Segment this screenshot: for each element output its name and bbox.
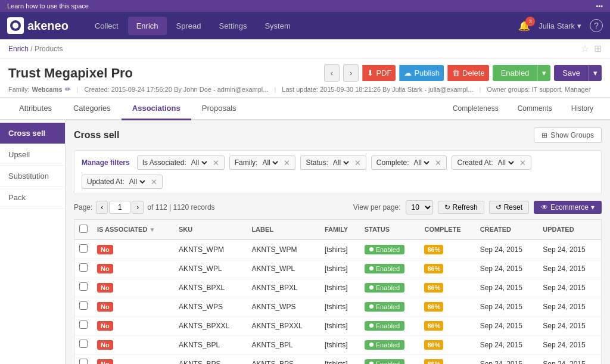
delete-button[interactable]: 🗑 Delete xyxy=(447,65,489,81)
updated-meta: Last update: 2015-09-30 18:21:26 By Juli… xyxy=(282,86,473,93)
filter-status-remove[interactable]: ✕ xyxy=(354,158,361,167)
breadcrumb-enrich[interactable]: Enrich xyxy=(8,45,29,53)
pagination-left: Page: ‹ › of 112 | 1120 records xyxy=(74,201,215,214)
products-table: IS ASSOCIATED ▼ SKU LABEL FAMILY STATUS … xyxy=(74,219,602,364)
complete-badge: 86% xyxy=(424,321,443,331)
table-row: No AKNTS_WPS AKNTS_WPS [tshirts] Enabled… xyxy=(74,297,602,316)
th-is-associated[interactable]: IS ASSOCIATED ▼ xyxy=(92,220,174,240)
filter-family[interactable]: Family: All ✕ xyxy=(229,155,296,170)
complete-badge: 86% xyxy=(424,359,443,365)
row-checkbox[interactable] xyxy=(79,282,88,291)
filter-complete-remove[interactable]: ✕ xyxy=(435,158,441,167)
nav-spread[interactable]: Spread xyxy=(168,17,210,35)
tab-proposals[interactable]: Proposals xyxy=(191,98,247,120)
per-page-select[interactable]: 10 25 50 xyxy=(406,200,433,214)
nav-enrich[interactable]: Enrich xyxy=(128,17,167,35)
row-checkbox[interactable] xyxy=(79,340,88,348)
help-button[interactable]: ? xyxy=(590,19,603,32)
next-product-button[interactable]: › xyxy=(343,64,359,82)
app-header: akeneo Collect Enrich Spread Settings Sy… xyxy=(0,12,610,39)
select-all-checkbox[interactable] xyxy=(79,225,88,233)
next-page-button[interactable]: › xyxy=(132,201,144,214)
publish-button[interactable]: ☁ Publish xyxy=(399,65,444,81)
tab-history[interactable]: History xyxy=(563,100,602,119)
filter-complete[interactable]: Complete: All ✕ xyxy=(371,155,447,170)
enabled-dropdown-button[interactable]: ▾ xyxy=(537,65,550,81)
page-label: Page: xyxy=(74,203,92,211)
row-created: Sep 24, 2015 xyxy=(475,335,539,354)
reset-button[interactable]: ↺ Reset xyxy=(489,201,529,214)
status-badge: Enabled xyxy=(365,321,404,331)
tab-comments[interactable]: Comments xyxy=(509,100,561,119)
reset-icon: ↺ xyxy=(496,203,502,211)
filter-is-associated-remove[interactable]: ✕ xyxy=(213,158,219,167)
row-family: [tshirts] xyxy=(320,354,360,365)
ecommerce-button[interactable]: 👁 Ecommerce ▾ xyxy=(534,201,602,214)
row-checkbox[interactable] xyxy=(79,263,88,272)
filter-updated-at[interactable]: Updated At: All ✕ xyxy=(82,175,163,189)
enabled-button[interactable]: Enabled xyxy=(493,65,538,81)
page-nav: ‹ › xyxy=(96,201,144,214)
page-input[interactable] xyxy=(109,201,130,214)
edit-family-icon[interactable]: ✏ xyxy=(65,85,71,94)
refresh-button[interactable]: ↻ Refresh xyxy=(438,201,484,214)
family-select[interactable]: All xyxy=(260,158,280,167)
sidebar-item-pack[interactable]: Pack xyxy=(0,187,65,209)
nav-system[interactable]: System xyxy=(256,17,298,35)
row-sku: AKNTS_BPS xyxy=(174,354,247,365)
content-area: Cross sell Upsell Substitution Pack Cros… xyxy=(0,120,610,364)
updated-at-select[interactable]: All xyxy=(127,177,147,186)
product-actions: ‹ › ⬇ PDF ☁ Publish 🗑 Delete xyxy=(324,64,602,82)
save-dropdown-button[interactable]: ▾ xyxy=(589,65,602,81)
complete-select[interactable]: All xyxy=(411,158,431,167)
row-complete: 86% xyxy=(419,239,475,259)
status-select[interactable]: All xyxy=(331,158,351,167)
filter-updated-at-remove[interactable]: ✕ xyxy=(151,178,157,186)
prev-page-button[interactable]: ‹ xyxy=(96,201,108,214)
row-checkbox[interactable] xyxy=(79,301,88,310)
row-sku: AKNTS_BPXL xyxy=(174,278,247,297)
user-menu[interactable]: Julia Stark ▾ xyxy=(539,21,581,30)
is-associated-select[interactable]: All xyxy=(189,158,209,167)
filter-is-associated[interactable]: Is Associated: All ✕ xyxy=(137,155,225,170)
tab-attributes[interactable]: Attributes xyxy=(8,98,63,120)
row-complete: 86% xyxy=(419,259,475,278)
bookmark-icon[interactable]: ⊞ xyxy=(594,43,602,54)
select-all-header xyxy=(74,220,93,240)
save-button[interactable]: Save xyxy=(554,65,589,81)
section-header: Cross sell ⊞ Show Groups xyxy=(74,127,602,143)
row-updated: Sep 24, 2015 xyxy=(538,278,601,297)
nav-settings[interactable]: Settings xyxy=(210,17,255,35)
ellipsis-icon[interactable]: ••• xyxy=(596,2,603,10)
no-badge: No xyxy=(97,302,113,312)
row-created: Sep 24, 2015 xyxy=(475,278,539,297)
row-checkbox-cell xyxy=(74,239,93,259)
status-badge: Enabled xyxy=(365,245,404,254)
filter-status[interactable]: Status: All ✕ xyxy=(300,155,366,170)
show-groups-button[interactable]: ⊞ Show Groups xyxy=(534,127,602,143)
prev-product-button[interactable]: ‹ xyxy=(324,64,340,82)
favorite-star-icon[interactable]: ☆ xyxy=(581,43,589,54)
pdf-button[interactable]: ⬇ PDF xyxy=(362,65,396,81)
no-badge: No xyxy=(97,283,113,293)
tab-categories[interactable]: Categories xyxy=(63,98,122,120)
sidebar-item-upsell[interactable]: Upsell xyxy=(0,144,65,166)
row-complete: 86% xyxy=(419,354,475,365)
sidebar-item-cross-sell[interactable]: Cross sell xyxy=(0,123,65,144)
filter-created-at[interactable]: Created At: All ✕ xyxy=(452,155,531,170)
row-checkbox[interactable] xyxy=(79,359,88,364)
notification-bell[interactable]: 🔔 3 xyxy=(518,20,530,32)
row-checkbox[interactable] xyxy=(79,244,88,253)
filter-family-remove[interactable]: ✕ xyxy=(284,158,290,167)
filter-created-at-remove[interactable]: ✕ xyxy=(519,158,526,167)
created-at-select[interactable]: All xyxy=(496,158,516,167)
row-created: Sep 24, 2015 xyxy=(475,297,539,316)
nav-collect[interactable]: Collect xyxy=(86,17,127,35)
row-checkbox[interactable] xyxy=(79,321,88,329)
manage-filters-button[interactable]: Manage filters xyxy=(82,158,130,167)
tab-completeness[interactable]: Completeness xyxy=(444,100,507,119)
tab-associations[interactable]: Associations xyxy=(122,98,191,120)
sidebar-item-substitution[interactable]: Substitution xyxy=(0,166,65,187)
association-sidebar: Cross sell Upsell Substitution Pack xyxy=(0,120,66,364)
row-checkbox-cell xyxy=(74,316,93,335)
